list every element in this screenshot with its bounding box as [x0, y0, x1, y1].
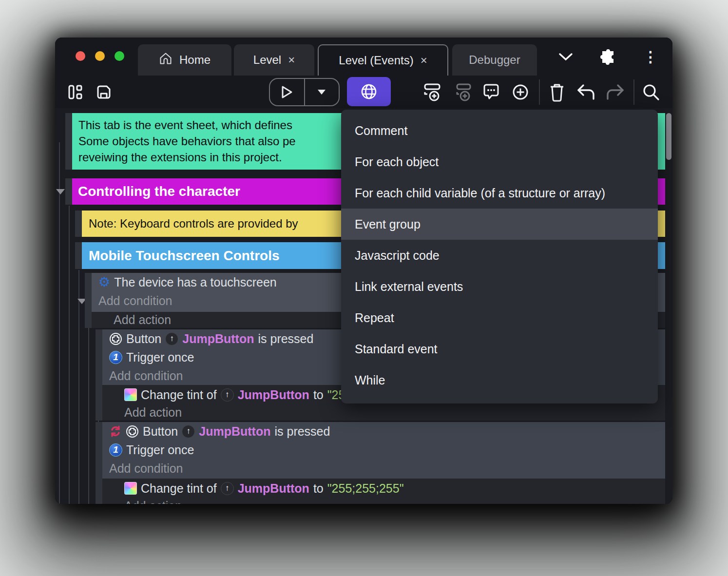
condition-text: is pressed — [274, 424, 330, 439]
minimize-window-button[interactable] — [95, 51, 105, 61]
indent-guide — [88, 318, 89, 504]
group-title: Controlling the character — [78, 184, 240, 199]
menu-item-while[interactable]: While — [341, 365, 658, 396]
action-text: Change tint of — [141, 481, 217, 496]
add-action-row[interactable]: Add action — [96, 498, 665, 504]
add-action-row[interactable]: Add action — [96, 404, 665, 421]
condition-text: Button — [126, 332, 161, 346]
search-icon[interactable] — [638, 78, 664, 106]
button-dpad-icon — [109, 332, 122, 346]
trigger-once-icon: 1 — [109, 443, 122, 457]
redo-icon[interactable] — [602, 78, 628, 106]
note-text: Note: Keyboard controls are provided by — [89, 217, 298, 230]
tint-color-icon — [124, 388, 137, 401]
add-condition-label: Add condition — [109, 461, 183, 476]
toolbar — [55, 76, 672, 108]
close-tab-icon[interactable]: × — [288, 54, 295, 66]
object-name: JumpButton — [238, 481, 309, 496]
add-condition-label: Add condition — [109, 369, 183, 383]
menu-item-repeat[interactable]: Repeat — [341, 302, 658, 333]
open-panels-icon[interactable] — [63, 78, 88, 106]
condition-text: Trigger once — [126, 350, 194, 365]
collapse-arrow-icon[interactable] — [56, 189, 65, 194]
add-subevent-icon[interactable] — [450, 78, 476, 106]
tab-label: Level (Events) — [339, 54, 413, 67]
gear-icon: ⚙ — [98, 276, 110, 289]
toolbar-divider — [539, 79, 540, 105]
trigger-once-icon: 1 — [109, 351, 122, 364]
home-icon — [159, 52, 172, 68]
object-thumbnail-arrow-icon: ↑ — [182, 425, 195, 438]
condition-text: is pressed — [258, 332, 313, 346]
tab-level[interactable]: Level × — [234, 44, 314, 76]
titlebar-actions: ⋮ — [558, 49, 658, 65]
menu-item-javascript-code[interactable]: Javascript code — [341, 240, 658, 271]
maximize-window-button[interactable] — [115, 51, 124, 61]
invert-condition-icon — [109, 425, 122, 438]
condition-text: Trigger once — [126, 443, 194, 457]
extensions-puzzle-icon[interactable] — [600, 49, 616, 65]
object-name: JumpButton — [199, 424, 270, 439]
action-text: Change tint of — [141, 388, 217, 402]
tab-label: Debugger — [469, 53, 520, 67]
object-thumbnail-arrow-icon: ↑ — [221, 482, 234, 495]
add-comment-icon[interactable] — [479, 78, 504, 106]
choose-add-icon[interactable] — [508, 78, 533, 106]
condition-trigger-once[interactable]: 1 Trigger once — [102, 441, 665, 459]
close-tab-icon[interactable]: × — [421, 55, 427, 66]
menu-item-for-each-object[interactable]: For each object — [341, 146, 658, 177]
condition-text: The device has a touchscreen — [114, 275, 277, 289]
tab-level-events[interactable]: Level (Events) × — [318, 44, 448, 76]
preview-options-dropdown[interactable] — [305, 79, 339, 105]
action-text: to — [313, 481, 324, 496]
save-icon[interactable] — [91, 78, 116, 106]
undo-icon[interactable] — [574, 78, 599, 106]
action-text: to — [313, 388, 324, 402]
delete-icon[interactable] — [544, 78, 570, 106]
event-jumpbutton-pressed-inverted[interactable]: Button ↑ JumpButton is pressed 1 Trigger… — [96, 422, 665, 479]
action-value: "255;255;255" — [327, 481, 404, 496]
network-preview-button[interactable] — [347, 77, 391, 106]
menu-item-event-group[interactable]: Event group — [341, 209, 658, 240]
desktop-background: Home Level × Level (Events) × Debugger — [0, 0, 728, 576]
add-event-icon[interactable] — [420, 78, 445, 106]
object-name: JumpButton — [182, 332, 254, 346]
menu-item-for-each-child-variable[interactable]: For each child variable (of a structure … — [341, 177, 658, 209]
tab-label: Home — [179, 53, 211, 67]
menu-item-link-external-events[interactable]: Link external events — [341, 271, 658, 302]
condition-button-pressed-inverted[interactable]: Button ↑ JumpButton is pressed — [102, 422, 665, 441]
tint-color-icon — [124, 482, 137, 495]
indent-guide — [59, 142, 60, 504]
object-thumbnail-arrow-icon: ↑ — [221, 388, 234, 402]
menu-item-comment[interactable]: Comment — [341, 115, 658, 146]
action-change-tint[interactable]: Change tint of ↑ JumpButton to "255;255;… — [96, 479, 665, 498]
add-condition-label: Add condition — [98, 294, 172, 308]
tab-debugger[interactable]: Debugger — [452, 44, 537, 76]
close-window-button[interactable] — [76, 51, 85, 61]
add-condition-button[interactable]: Add condition — [102, 459, 665, 478]
traffic-lights — [76, 51, 124, 61]
toolbar-divider — [633, 79, 634, 105]
menu-item-standard-event[interactable]: Standard event — [341, 333, 658, 365]
more-menu-icon[interactable]: ⋮ — [643, 50, 658, 64]
object-name: JumpButton — [238, 388, 309, 402]
tab-bar: Home Level × Level (Events) × Debugger — [55, 38, 672, 76]
object-thumbnail-arrow-icon: ↑ — [165, 332, 178, 346]
add-action-label: Add action — [124, 499, 182, 504]
group-title: Mobile Touchscreen Controls — [89, 248, 280, 264]
globe-icon — [360, 82, 378, 101]
tab-home[interactable]: Home — [138, 44, 231, 76]
add-action-label: Add action — [124, 405, 182, 420]
indent-guide — [69, 206, 70, 504]
chevron-down-icon[interactable] — [558, 53, 573, 61]
add-event-dropdown-menu: Comment For each object For each child v… — [341, 110, 658, 403]
indent-guide — [78, 270, 79, 504]
button-dpad-icon — [126, 425, 139, 438]
vertical-scrollbar-thumb[interactable] — [666, 113, 671, 160]
preview-split-button — [269, 78, 340, 106]
tab-label: Level — [253, 53, 281, 67]
play-preview-button[interactable] — [270, 79, 304, 105]
condition-text: Button — [143, 424, 178, 439]
add-action-label: Add action — [114, 313, 171, 327]
gdevelop-window: Home Level × Level (Events) × Debugger — [55, 38, 672, 504]
